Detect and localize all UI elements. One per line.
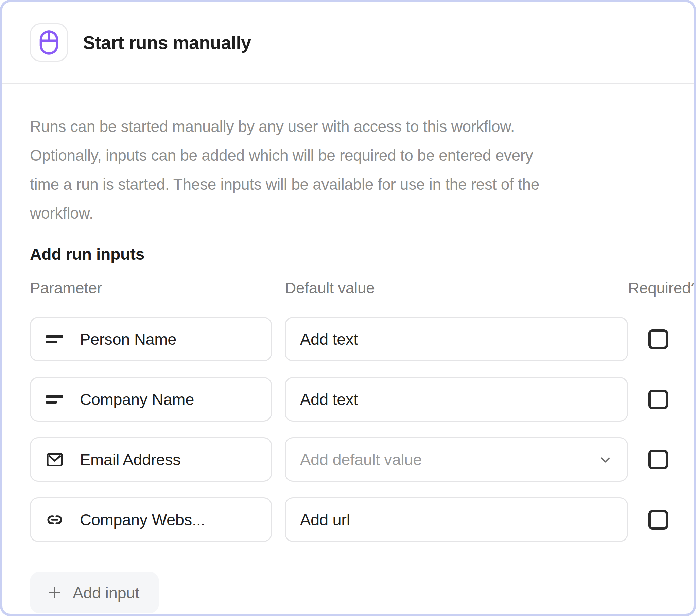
mouse-icon: [39, 30, 59, 56]
parameter-field-company-name[interactable]: Company Name: [30, 377, 272, 421]
description-line: workflow.: [30, 199, 694, 228]
panel-title: Start runs manually: [83, 32, 251, 53]
input-row-company-name: Company Name Add text: [30, 377, 668, 421]
email-icon: [45, 450, 64, 469]
default-value-select-email-address[interactable]: Add default value: [285, 437, 628, 482]
description-line: time a run is started. These inputs will…: [30, 170, 694, 199]
parameter-field-email-address[interactable]: Email Address: [30, 437, 272, 482]
column-header-parameter: Parameter: [30, 279, 272, 297]
mouse-icon-container: [30, 24, 68, 62]
column-header-required: Required?: [628, 279, 696, 297]
short-text-icon: [45, 395, 64, 404]
chevron-down-icon: [598, 452, 613, 467]
panel-body: Runs can be started manually by any user…: [2, 112, 694, 613]
input-row-email-address: Email Address Add default value: [30, 437, 668, 482]
parameter-name: Company Webs...: [80, 510, 205, 529]
required-checkbox-email-address[interactable]: [648, 450, 668, 469]
default-value-text: Add url: [300, 510, 350, 529]
description-line: Runs can be started manually by any user…: [30, 112, 694, 141]
required-cell: [628, 450, 668, 469]
default-value-placeholder: Add default value: [300, 450, 422, 469]
required-cell: [628, 510, 668, 530]
column-header-default-value: Default value: [285, 279, 628, 297]
description-line: Optionally, inputs can be added which wi…: [30, 141, 694, 170]
default-value-field-company-name[interactable]: Add text: [285, 377, 628, 421]
parameter-field-person-name[interactable]: Person Name: [30, 317, 272, 361]
default-value-field-company-website[interactable]: Add url: [285, 497, 628, 542]
default-value-text: Add text: [300, 330, 358, 349]
input-row-person-name: Person Name Add text: [30, 317, 668, 361]
required-cell: [628, 389, 668, 409]
parameter-field-company-website[interactable]: Company Webs...: [30, 497, 272, 542]
add-input-button[interactable]: Add input: [30, 572, 159, 613]
parameter-name: Person Name: [80, 330, 176, 349]
parameter-name: Email Address: [80, 450, 181, 469]
input-rows: Person Name Add text: [30, 317, 668, 542]
default-value-text: Add text: [300, 390, 358, 409]
start-runs-manually-panel: Start runs manually Runs can be started …: [0, 0, 696, 616]
input-row-company-website: Company Webs... Add url: [30, 497, 668, 542]
default-value-field-person-name[interactable]: Add text: [285, 317, 628, 361]
link-icon: [45, 510, 64, 529]
required-checkbox-company-website[interactable]: [648, 510, 668, 530]
plus-icon: [47, 585, 63, 600]
description: Runs can be started manually by any user…: [30, 112, 694, 228]
required-cell: [628, 329, 668, 349]
short-text-icon: [45, 335, 64, 344]
required-checkbox-company-name[interactable]: [648, 389, 668, 409]
add-run-inputs-heading: Add run inputs: [30, 245, 694, 264]
required-checkbox-person-name[interactable]: [648, 329, 668, 349]
add-input-label: Add input: [73, 583, 139, 602]
column-headers: Parameter Default value Required?: [30, 279, 668, 296]
parameter-name: Company Name: [80, 390, 194, 409]
panel-header: Start runs manually: [2, 2, 694, 83]
